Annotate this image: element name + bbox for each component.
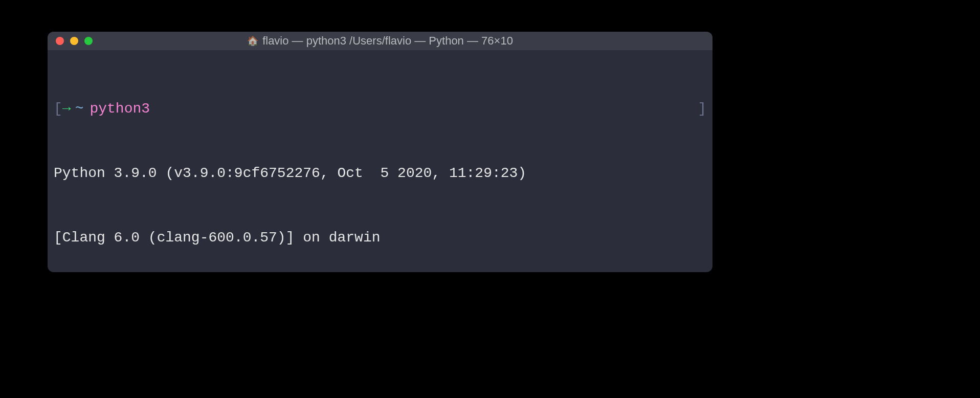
close-button[interactable] [56, 37, 64, 45]
window-title: 🏠 flavio — python3 /Users/flavio — Pytho… [247, 34, 513, 48]
maximize-button[interactable] [84, 37, 93, 45]
home-icon: 🏠 [247, 35, 258, 47]
output-line-2: [Clang 6.0 (clang-600.0.57)] on darwin [54, 227, 706, 249]
prompt-bracket-close: ] [698, 98, 706, 120]
prompt-arrow-icon: → [62, 98, 71, 120]
titlebar: 🏠 flavio — python3 /Users/flavio — Pytho… [48, 32, 712, 50]
output-line-1: Python 3.9.0 (v3.9.0:9cf6752276, Oct 5 2… [54, 163, 706, 184]
command-text: python3 [90, 98, 150, 120]
prompt-bracket-open: [ [54, 98, 62, 120]
traffic-lights [56, 37, 93, 45]
prompt-cwd: ~ [75, 98, 84, 120]
minimize-button[interactable] [70, 37, 78, 45]
window-title-text: flavio — python3 /Users/flavio — Python … [262, 34, 513, 48]
terminal-window: 🏠 flavio — python3 /Users/flavio — Pytho… [48, 32, 712, 272]
shell-prompt-line: [→ ~python3] [54, 98, 706, 120]
terminal-body[interactable]: [→ ~python3] Python 3.9.0 (v3.9.0:9cf675… [48, 50, 712, 272]
